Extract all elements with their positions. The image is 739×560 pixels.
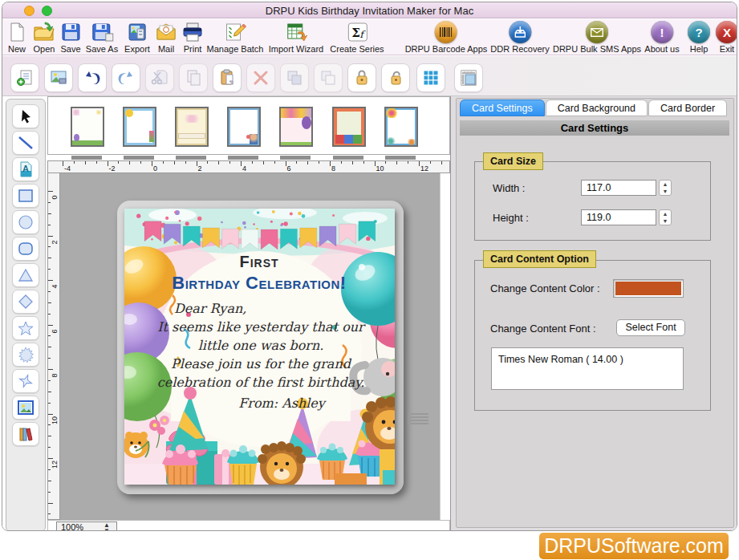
four-point-star-tool[interactable] — [12, 369, 39, 393]
export-button[interactable]: Export — [124, 21, 150, 54]
info-icon: ! — [650, 21, 674, 43]
paste-button[interactable] — [213, 63, 242, 92]
save-as-button[interactable]: Save As — [86, 21, 118, 54]
card-size-group — [474, 161, 711, 241]
save-button[interactable]: Save — [59, 21, 83, 54]
template-label-bar — [176, 156, 206, 160]
template-strip — [47, 96, 450, 155]
create-series-button[interactable]: Σf Create Series — [330, 21, 384, 54]
text-tool[interactable]: A — [12, 157, 39, 181]
card-content-group-label: Card Content Option — [483, 250, 596, 268]
window-title: DRPU Kids Birthday Invitation Maker for … — [2, 5, 737, 17]
line-tool[interactable] — [12, 131, 39, 155]
template-thumbnail-1[interactable] — [71, 107, 104, 147]
add-card-button[interactable] — [10, 63, 39, 92]
tab-card-border[interactable]: Card Border — [648, 99, 727, 116]
panel-header: Card Settings — [460, 120, 729, 136]
canvas-status-bar: 100% ▲▼ — [47, 520, 450, 531]
copy-button[interactable] — [179, 63, 208, 92]
edit-toolbar — [2, 56, 737, 96]
mail-icon — [154, 21, 178, 43]
zoom-control[interactable]: 100% ▲▼ — [56, 521, 117, 531]
template-label-bar — [385, 156, 416, 160]
template-thumbnail-2[interactable] — [123, 107, 156, 147]
canvas-workspace[interactable]: First Birthday Celebration! Dear Ryan, I… — [60, 173, 440, 520]
print-button[interactable]: Print — [181, 21, 205, 54]
main-area: A — [2, 96, 737, 531]
open-folder-icon — [32, 21, 56, 43]
redo-button[interactable] — [112, 63, 140, 92]
birthday-card[interactable]: First Birthday Celebration! Dear Ryan, I… — [124, 209, 395, 485]
undo-button[interactable] — [78, 63, 107, 92]
save-icon — [59, 21, 83, 43]
tab-card-settings[interactable]: Card Settings — [460, 99, 545, 116]
template-thumbnail-4[interactable] — [227, 107, 261, 147]
width-label: Width : — [493, 182, 525, 194]
template-label-bar — [333, 156, 363, 160]
template-thumbnail-3[interactable] — [175, 107, 209, 147]
image-tool[interactable] — [12, 396, 39, 420]
zoom-stepper-icon[interactable]: ▲▼ — [104, 522, 110, 531]
pointer-icon — [18, 109, 33, 124]
ddr-recovery-button[interactable]: DDR Recovery — [490, 21, 549, 54]
import-wizard-icon — [284, 21, 308, 43]
content-color-swatch[interactable] — [613, 279, 684, 298]
splitter-grip[interactable] — [408, 412, 428, 424]
barcode-icon — [434, 21, 458, 43]
cut-button[interactable] — [145, 63, 174, 92]
height-input[interactable] — [581, 209, 656, 225]
books-icon — [18, 426, 34, 442]
clipart-library-tool[interactable] — [12, 422, 39, 446]
template-thumbnail-5[interactable] — [279, 107, 313, 147]
burst-tool[interactable] — [12, 343, 39, 367]
insert-image-icon — [50, 69, 67, 87]
sms-icon — [585, 21, 609, 43]
group-button[interactable] — [280, 63, 309, 92]
height-stepper[interactable]: ▲▼ — [659, 209, 672, 225]
lock-button[interactable] — [347, 63, 376, 92]
font-value-box: Times New Roman ( 14.00 ) — [491, 347, 684, 390]
ungroup-button[interactable] — [314, 63, 343, 92]
manage-batch-button[interactable]: Manage Batch — [207, 21, 264, 54]
drpu-software-badge[interactable]: DRPUSoftware.com — [539, 533, 729, 559]
width-input[interactable] — [581, 180, 656, 196]
exit-button[interactable]: X Exit — [715, 21, 737, 54]
four-point-star-icon — [18, 374, 34, 388]
ellipse-tool[interactable] — [12, 210, 39, 234]
diamond-tool[interactable] — [12, 290, 39, 314]
export-icon — [125, 21, 149, 43]
settings-tabs: Card Settings Card Background Card Borde… — [460, 99, 728, 116]
drpu-barcode-apps-button[interactable]: DRPU Barcode Apps — [405, 21, 488, 54]
select-tool[interactable] — [12, 104, 39, 128]
new-button[interactable]: New — [5, 21, 29, 54]
content-color-label: Change Content Color : — [490, 282, 600, 294]
new-document-icon — [5, 21, 29, 43]
delete-button[interactable] — [246, 63, 275, 92]
triangle-icon — [18, 268, 34, 282]
triangle-tool[interactable] — [12, 263, 39, 287]
rectangle-tool[interactable] — [12, 184, 39, 208]
star-tool[interactable] — [12, 316, 39, 340]
unlock-button[interactable] — [381, 63, 410, 92]
text-icon: A — [18, 161, 33, 177]
template-thumbnail-6[interactable] — [332, 107, 366, 147]
unlock-icon — [387, 69, 404, 87]
insert-image-button[interactable] — [44, 63, 73, 92]
page-setup-button[interactable] — [454, 63, 483, 92]
select-font-button[interactable]: Select Font — [616, 319, 685, 336]
template-thumbnail-7[interactable] — [384, 107, 418, 147]
open-button[interactable]: Open — [32, 21, 56, 54]
about-us-button[interactable]: ! About us — [644, 21, 679, 54]
ungroup-icon — [319, 69, 337, 87]
drpu-bulk-sms-apps-button[interactable]: DRPU Bulk SMS Apps — [553, 21, 641, 54]
help-button[interactable]: ? Help — [687, 21, 711, 54]
tab-card-background[interactable]: Card Background — [546, 99, 648, 116]
card-from-line: From: Ashley — [238, 396, 327, 411]
import-wizard-button[interactable]: Import Wizard — [269, 21, 323, 54]
show-grid-button[interactable] — [416, 63, 445, 92]
width-stepper[interactable]: ▲▼ — [659, 180, 672, 196]
paste-icon — [218, 69, 236, 87]
mail-button[interactable]: Mail — [154, 21, 178, 54]
rounded-rectangle-tool[interactable] — [12, 237, 39, 261]
help-icon: ? — [687, 21, 711, 43]
